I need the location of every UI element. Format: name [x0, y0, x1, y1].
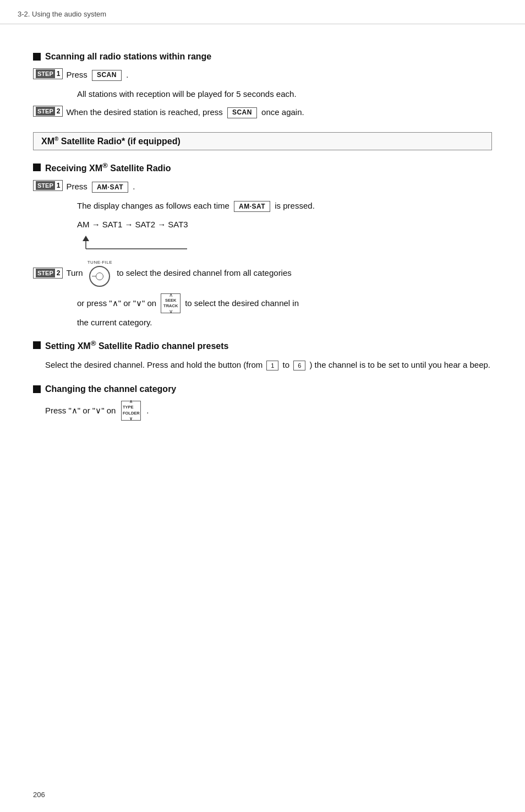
setting-detail: Select the desired channel. Press and ho…: [45, 358, 492, 372]
arrow-sequence: AM → SAT1 → SAT2 → SAT3: [77, 217, 492, 252]
page-content: Scanning all radio stations within range…: [0, 24, 525, 454]
receiving-step2-row: STEP 2 Turn TUNE·FILE to select the desi…: [33, 260, 492, 287]
scanning-step2-row: STEP 2 When the desired station is reach…: [33, 106, 492, 119]
receiving-step2-content: Turn TUNE·FILE to select the desired cha…: [66, 260, 492, 287]
step-num-1: 1: [57, 70, 61, 78]
loop-arrow-svg: [77, 236, 198, 251]
scan-button-1: SCAN: [92, 70, 122, 81]
setting-section-title: Setting XM® Satellite Radio channel pres…: [33, 339, 492, 351]
header-text: 3-2. Using the audio system: [18, 10, 106, 18]
knob-inner-circle: [96, 273, 103, 280]
scanning-step2-badge: STEP 2: [33, 106, 63, 117]
amsat-button-2: AM·SAT: [234, 201, 270, 212]
recv-step-num-2: 2: [57, 269, 61, 277]
bullet-icon: [33, 53, 41, 61]
scanning-title-text: Scanning all radio stations within range: [45, 52, 211, 62]
svg-marker-1: [83, 236, 89, 241]
recv-step-num-1: 1: [57, 182, 61, 189]
type-folder-button: ∧ TYPEFOLDER ∨: [121, 401, 141, 421]
scan-button-2: SCAN: [227, 107, 257, 118]
seek-arrow-up: ∧: [169, 292, 173, 298]
receiving-title-text: Receiving XM® Satellite Radio: [45, 161, 171, 173]
seek-track-button: ∧ SEEKTRACK ∨: [161, 293, 181, 313]
bullet-icon-2: [33, 164, 41, 171]
xm-section-box: XM® Satellite Radio* (if equipped): [33, 132, 492, 150]
seek-arrow-down: ∨: [169, 309, 173, 314]
receiving-step2-badge: STEP 2: [33, 268, 63, 279]
scanning-step1-period: .: [126, 70, 128, 79]
knob-label: TUNE·FILE: [88, 260, 112, 265]
scanning-step1-badge: STEP 1: [33, 68, 63, 79]
receiving-step1-period: .: [133, 182, 135, 191]
scanning-step1-detail: All stations with reception will be play…: [77, 87, 492, 101]
xm-box-title: XM® Satellite Radio* (if equipped): [41, 136, 181, 146]
receiving-step1-badge: STEP 1: [33, 180, 63, 191]
button-1: 1: [266, 361, 278, 370]
type-label: TYPEFOLDER: [123, 405, 140, 416]
step-label-2: STEP: [36, 107, 55, 116]
amsat-button-1: AM·SAT: [92, 182, 128, 193]
knob-dash: [92, 276, 96, 277]
tune-knob: TUNE·FILE: [88, 260, 112, 287]
step-num-2: 2: [57, 107, 61, 115]
scanning-step1-content: Press SCAN .: [66, 68, 492, 81]
type-arrow-down: ∨: [129, 416, 133, 422]
current-category-text: the current category.: [77, 318, 492, 327]
step-label-1: STEP: [36, 69, 55, 78]
changing-title-text: Changing the channel category: [45, 384, 176, 394]
scanning-section-title: Scanning all radio stations within range: [33, 52, 492, 62]
setting-title-text: Setting XM® Satellite Radio channel pres…: [45, 339, 228, 351]
bullet-icon-3: [33, 341, 41, 349]
receiving-or-row: or press "∧" or "∨" on ∧ SEEKTRACK ∨ to …: [77, 293, 492, 313]
scanning-step1-text: Press: [66, 70, 87, 79]
recv-step-label-1: STEP: [36, 181, 55, 190]
recv-step-label-2: STEP: [36, 269, 55, 277]
receiving-step1-detail: The display changes as follows each time…: [77, 199, 492, 213]
changing-detail: Press "∧" or "∨" on ∧ TYPEFOLDER ∨ .: [45, 401, 492, 421]
scanning-step2-text-before: When the desired station is reached, pre…: [66, 107, 222, 117]
scanning-step2-content: When the desired station is reached, pre…: [66, 106, 492, 119]
knob-body: [89, 266, 110, 287]
loop-arrow-container: [77, 236, 492, 251]
receiving-step1-row: STEP 1 Press AM·SAT .: [33, 180, 492, 193]
button-6: 6: [293, 361, 305, 370]
receiving-step1-text: Press: [66, 182, 87, 191]
arrow-diagram: AM → SAT1 → SAT2 → SAT3: [77, 217, 492, 232]
scanning-step1-row: STEP 1 Press SCAN .: [33, 68, 492, 81]
bullet-icon-4: [33, 385, 41, 393]
receiving-section-title: Receiving XM® Satellite Radio: [33, 161, 492, 173]
type-arrow-up: ∧: [129, 399, 133, 405]
changing-section-title: Changing the channel category: [33, 384, 492, 394]
receiving-step1-content: Press AM·SAT .: [66, 180, 492, 193]
page-header: 3-2. Using the audio system: [0, 0, 525, 24]
scanning-step2-text-after: once again.: [261, 107, 304, 117]
page-number: 206: [33, 791, 45, 799]
seek-label: SEEKTRACK: [163, 298, 178, 309]
